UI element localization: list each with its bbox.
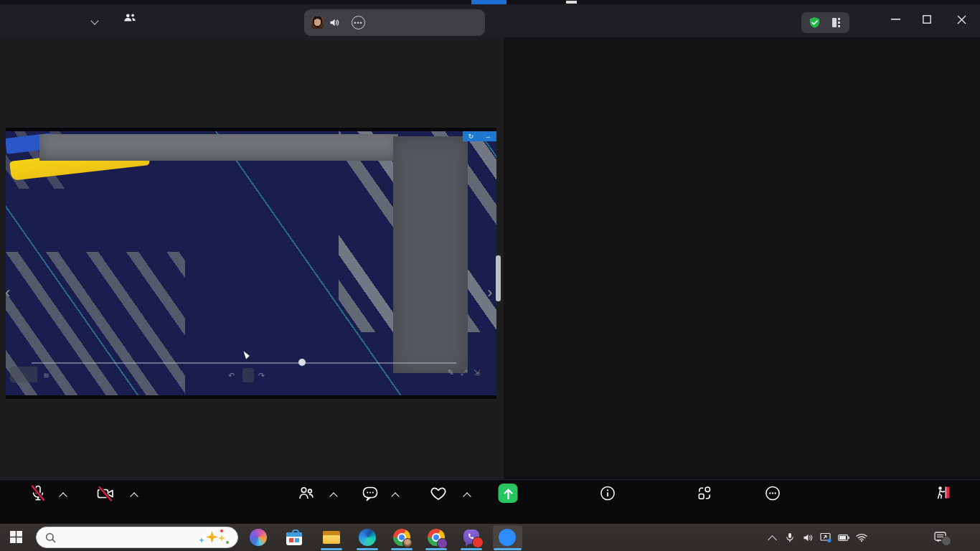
- tray-cast-icon[interactable]: [820, 532, 831, 543]
- tab-conference[interactable]: [123, 12, 143, 24]
- top-strip-white-segment: [566, 1, 577, 4]
- player-control[interactable]: [242, 368, 254, 382]
- running-indicator: [461, 548, 482, 550]
- copilot-icon[interactable]: [250, 529, 267, 546]
- meeting-toolbar: [0, 479, 980, 524]
- viber-badge: [472, 537, 484, 548]
- tray-battery-icon[interactable]: [838, 532, 849, 543]
- shared-video-frame: ↻→ ≋ ↶ ↷ ✎⤢⇲: [6, 128, 496, 399]
- tab-screen-share[interactable]: •••: [304, 9, 485, 36]
- participants-gallery: [510, 98, 974, 425]
- start-button[interactable]: [10, 531, 23, 544]
- leave-button[interactable]: [935, 484, 952, 507]
- chrome-profile-avatar: [402, 538, 413, 548]
- video-progress-knob[interactable]: [298, 359, 306, 366]
- apps-icon: [697, 485, 713, 501]
- meeting-info-button[interactable]: [600, 484, 616, 507]
- slide-controls-bar[interactable]: ↻→: [463, 131, 496, 141]
- view-menu[interactable]: [801, 12, 849, 33]
- mic-muted-icon: [29, 484, 47, 502]
- annotate-icon[interactable]: ≋: [43, 371, 50, 380]
- next-slide-arrow[interactable]: ›: [487, 283, 492, 302]
- leave-meeting-icon: [935, 485, 952, 501]
- chrome-profile2-icon[interactable]: [428, 529, 445, 546]
- undo-icon[interactable]: ↶: [228, 371, 235, 380]
- running-indicator: [321, 548, 342, 550]
- edit-tools-icons[interactable]: ✎⤢⇲: [448, 368, 486, 377]
- speaker-icon: [329, 18, 340, 27]
- prev-slide-arrow[interactable]: ‹: [5, 283, 10, 302]
- audio-button[interactable]: [29, 484, 47, 507]
- tray-wifi-icon[interactable]: [856, 532, 867, 543]
- copilot-sparkle-icon: [199, 529, 229, 546]
- taskbar-search[interactable]: [36, 527, 238, 548]
- mouse-cursor: [243, 349, 250, 359]
- notification-center-icon[interactable]: [934, 532, 947, 543]
- tray-mic-icon[interactable]: [784, 532, 796, 543]
- layout-grid-icon: [832, 18, 842, 27]
- chevron-down-icon[interactable]: [90, 17, 98, 24]
- minimize-button[interactable]: [882, 10, 908, 29]
- share-screen-icon: [499, 484, 518, 503]
- shield-check-icon: [809, 17, 821, 29]
- info-icon: [600, 485, 616, 501]
- running-indicator: [494, 548, 522, 550]
- tray-speaker-icon[interactable]: [802, 532, 814, 543]
- video-progress-bar[interactable]: [32, 362, 456, 364]
- scrollbar-thumb[interactable]: [496, 255, 501, 301]
- gray-panel-overlay: [393, 136, 468, 373]
- clock[interactable]: [880, 532, 928, 542]
- heart-icon: [430, 485, 447, 501]
- titlebar: •••: [0, 0, 980, 37]
- notification-badge: [941, 536, 951, 546]
- zoom-window: { "titlebar": { "brand_top": "zoom", "br…: [0, 0, 980, 551]
- viber-icon[interactable]: [463, 529, 480, 546]
- zoom-app-label: [499, 529, 516, 546]
- file-explorer-icon[interactable]: [323, 529, 340, 546]
- video-button[interactable]: [96, 484, 115, 507]
- top-strip: [0, 0, 980, 4]
- system-tray: [763, 524, 980, 551]
- running-indicator: [425, 548, 447, 550]
- chrome-profile-badge: [437, 538, 448, 549]
- zoom-app-icon[interactable]: [499, 529, 516, 546]
- apps-button[interactable]: [697, 484, 713, 507]
- running-indicator: [391, 548, 413, 550]
- presentation-slide: ↻→ ≋ ↶ ↷ ✎⤢⇲: [6, 131, 496, 395]
- refresh-icon[interactable]: ↻: [468, 133, 474, 140]
- chat-button[interactable]: [362, 484, 379, 507]
- people-icon: [123, 12, 136, 24]
- participants-icon: [298, 485, 315, 501]
- avatar: [311, 17, 324, 29]
- ellipsis-icon[interactable]: •••: [352, 16, 365, 29]
- zoom-workplace-logo: [14, 6, 42, 7]
- react-button[interactable]: [430, 484, 447, 507]
- chat-icon: [362, 485, 379, 502]
- chrome-icon[interactable]: [393, 529, 410, 546]
- edge-icon[interactable]: [359, 529, 376, 546]
- camera-muted-icon: [96, 485, 115, 502]
- participants-button[interactable]: [298, 484, 317, 507]
- tray-expand-chevron[interactable]: [766, 532, 778, 543]
- arrow-right-icon[interactable]: →: [484, 133, 491, 140]
- shared-screen-pane: ↻→ ≋ ↶ ↷ ✎⤢⇲ ‹ ›: [0, 37, 504, 479]
- redo-icon[interactable]: ↷: [258, 371, 265, 380]
- search-input[interactable]: [62, 532, 173, 544]
- close-button[interactable]: [948, 10, 974, 29]
- top-strip-blue-segment: [471, 0, 507, 4]
- running-indicator: [357, 548, 378, 550]
- share-button[interactable]: [499, 484, 518, 507]
- redacted-bar: [39, 134, 398, 161]
- maximize-button[interactable]: [914, 10, 940, 29]
- more-icon: [765, 485, 781, 501]
- microsoft-store-icon[interactable]: [286, 529, 303, 546]
- player-control[interactable]: [10, 367, 37, 382]
- more-button[interactable]: [765, 484, 781, 507]
- search-icon: [45, 532, 56, 543]
